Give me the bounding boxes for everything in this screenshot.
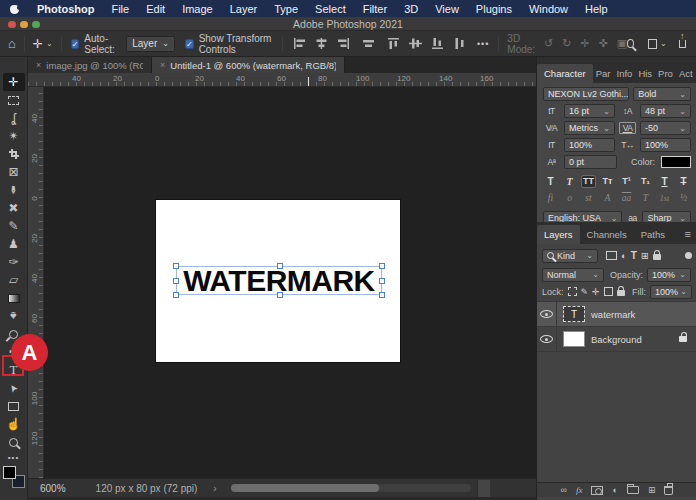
tab-history[interactable]: His — [635, 64, 655, 83]
filter-adjustment-layers-icon[interactable]: ◐ — [621, 250, 627, 261]
menu-filter[interactable]: Filter — [363, 3, 387, 15]
edit-toolbar-button[interactable]: ••• — [3, 451, 25, 463]
tab-info[interactable]: Info — [614, 64, 636, 83]
apple-icon[interactable] — [10, 3, 20, 14]
share-icon[interactable] — [679, 40, 686, 48]
layer-thumbnail-text[interactable]: T — [563, 306, 585, 322]
transform-handle-middle-right[interactable] — [379, 278, 385, 284]
blend-mode-dropdown[interactable]: Normal⌄ — [542, 268, 604, 282]
workspace-icon[interactable] — [648, 39, 657, 49]
ligatures-button[interactable]: fi — [543, 193, 558, 203]
small-caps-button[interactable]: Tᴛ — [600, 175, 615, 188]
hand-tool[interactable]: ☝ — [3, 415, 25, 433]
visibility-toggle[interactable] — [537, 327, 557, 351]
subscript-button[interactable]: T₁ — [638, 175, 653, 188]
foreground-color-swatch[interactable] — [3, 466, 16, 479]
menu-type[interactable]: Type — [274, 3, 298, 15]
align-top-icon[interactable] — [387, 38, 400, 49]
align-bottom-icon[interactable] — [431, 38, 444, 49]
menu-3d[interactable]: 3D — [404, 3, 418, 15]
menu-photoshop[interactable]: Photoshop — [37, 3, 94, 15]
new-group-icon[interactable] — [627, 486, 639, 494]
leading-dropdown[interactable]: 48 pt⌄ — [640, 104, 691, 118]
lock-transparency-icon[interactable] — [568, 287, 577, 296]
quick-selection-tool[interactable]: ✴ — [3, 127, 25, 145]
link-layers-icon[interactable]: ∞ — [561, 485, 567, 495]
baseline-shift-field[interactable]: 0 pt — [564, 155, 617, 169]
tab-paths[interactable]: Paths — [634, 225, 672, 244]
font-family-dropdown[interactable]: NEXON Lv2 Gothi...⌄ — [543, 87, 629, 101]
kerning-dropdown[interactable]: Metrics⌄ — [564, 121, 615, 135]
transform-handle-bottom-left[interactable] — [173, 292, 179, 298]
layer-thumbnail-image[interactable] — [563, 331, 585, 347]
layer-effects-icon[interactable]: fx — [576, 485, 583, 495]
menu-file[interactable]: File — [111, 3, 129, 15]
frame-tool[interactable]: ⊠ — [3, 163, 25, 181]
show-transform-checkbox[interactable]: ✓ — [185, 39, 194, 49]
transform-handle-bottom-right[interactable] — [379, 292, 385, 298]
tab-paragraph[interactable]: Par — [593, 64, 614, 83]
tab-character[interactable]: Character — [537, 64, 593, 83]
history-brush-tool[interactable]: ✑ — [3, 253, 25, 271]
transform-handle-top-right[interactable] — [379, 263, 385, 269]
move-tool[interactable]: ✛ — [3, 73, 25, 91]
horizontal-scrollbar-thumb[interactable] — [231, 484, 379, 492]
tab-channels[interactable]: Channels — [580, 225, 634, 244]
path-selection-tool[interactable]: ➤ — [3, 379, 25, 397]
delete-layer-icon[interactable] — [664, 486, 673, 495]
horizontal-ruler[interactable]: 40 20 0 20 40 60 80 100 120 140 160 — [28, 73, 536, 87]
lasso-tool[interactable]: ʆ — [3, 109, 25, 127]
auto-select-target-dropdown[interactable]: Layer ⌄ — [126, 36, 175, 52]
clone-stamp-tool[interactable]: ♟ — [3, 235, 25, 253]
horizontal-scale-field[interactable]: 100% — [640, 138, 691, 152]
vertical-scale-field[interactable]: 100% — [564, 138, 615, 152]
blur-tool[interactable]: ♠ — [3, 307, 25, 325]
faux-italic-button[interactable]: T — [562, 175, 577, 188]
swash-button[interactable]: A — [600, 193, 615, 203]
contextual-alternates-button[interactable]: o — [562, 193, 577, 203]
filter-toggle[interactable] — [685, 252, 692, 259]
tab-properties[interactable]: Pro — [655, 64, 676, 83]
close-icon[interactable]: × — [36, 60, 41, 70]
menu-plugins[interactable]: Plugins — [476, 3, 512, 15]
canvas-viewport[interactable]: WATERMARK — [44, 87, 536, 478]
brush-tool[interactable]: ✎ — [3, 217, 25, 235]
align-center-horizontal-icon[interactable] — [315, 38, 328, 49]
align-left-icon[interactable] — [293, 38, 306, 49]
layer-name[interactable]: Background — [591, 334, 642, 345]
menu-layer[interactable]: Layer — [230, 3, 258, 15]
more-options-icon[interactable]: ••• — [477, 39, 489, 49]
tracking-dropdown[interactable]: -50⌄ — [640, 121, 691, 135]
menu-image[interactable]: Image — [182, 3, 213, 15]
titling-alternates-button[interactable]: T — [638, 193, 653, 203]
color-swatches[interactable] — [3, 466, 25, 488]
filter-pixel-layers-icon[interactable] — [606, 251, 617, 260]
tab-untitled-1[interactable]: × Untitled-1 @ 600% (watermark, RGB/8) * — [152, 57, 345, 73]
eyedropper-tool[interactable]: ✒ — [3, 181, 25, 199]
ordinals-button[interactable]: 1st — [657, 194, 672, 203]
status-chevron-icon[interactable]: › — [213, 483, 216, 494]
lock-all-icon[interactable] — [617, 290, 625, 296]
visibility-toggle[interactable] — [537, 302, 557, 326]
close-icon[interactable]: × — [160, 60, 165, 70]
menu-edit[interactable]: Edit — [146, 3, 165, 15]
panel-menu-icon[interactable]: ≡ — [679, 228, 696, 244]
transform-bounding-box[interactable] — [176, 266, 382, 295]
tab-layers[interactable]: Layers — [537, 225, 580, 244]
crop-tool[interactable] — [3, 145, 25, 163]
layer-mask-icon[interactable] — [591, 486, 603, 495]
chevron-down-icon[interactable]: ⌄ — [660, 39, 667, 48]
text-color-swatch[interactable] — [661, 156, 691, 168]
font-size-dropdown[interactable]: 16 pt⌄ — [564, 104, 615, 118]
horizontal-scrollbar[interactable] — [231, 484, 471, 492]
strikethrough-button[interactable]: T — [676, 175, 691, 188]
tab-actions[interactable]: Act — [676, 64, 696, 83]
search-icon[interactable] — [627, 39, 634, 48]
font-style-dropdown[interactable]: Bold⌄ — [633, 87, 691, 101]
auto-select-checkbox[interactable]: ✓ — [71, 39, 80, 49]
gradient-tool[interactable] — [3, 289, 25, 307]
zoom-tool[interactable] — [3, 433, 25, 451]
menu-window[interactable]: Window — [529, 3, 568, 15]
transform-handle-middle-left[interactable] — [173, 278, 179, 284]
transform-handle-top-center[interactable] — [277, 263, 283, 269]
